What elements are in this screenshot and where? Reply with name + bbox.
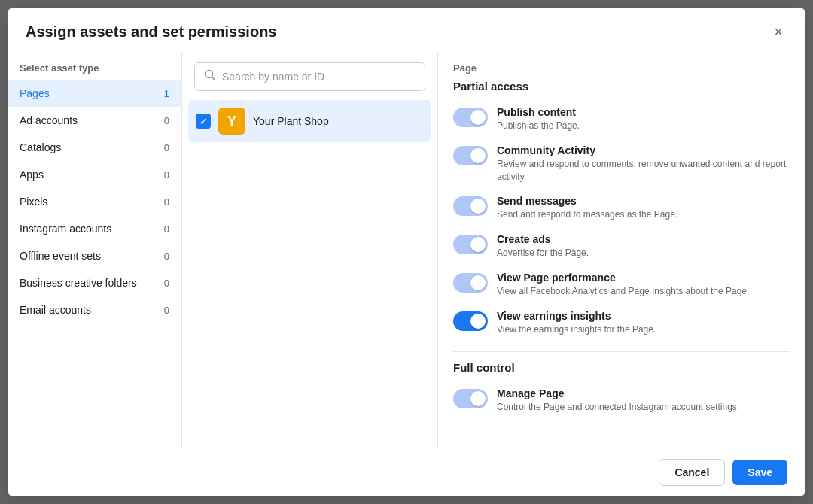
asset-type-item-instagram[interactable]: Instagram accounts0 [8,215,181,242]
search-input-wrap [194,62,425,91]
asset-type-item-apps[interactable]: Apps0 [8,161,181,188]
search-icon [204,69,216,84]
full-control-permissions-list: Manage Page Control the Page and connect… [453,381,790,420]
toggle-track[interactable] [453,273,488,293]
modal-footer: Cancel Save [8,448,805,496]
perm-item-publish_content: Publish content Publish as the Page. [453,100,790,138]
perm-item-view_earnings: View earnings insights View the earnings… [453,304,790,342]
perm-name: Manage Page [497,387,790,399]
asset-type-label: Offline event sets [20,250,101,262]
perm-desc: View the earnings insights for the Page. [497,323,790,336]
perm-desc: Send and respond to messages as the Page… [497,208,790,221]
perm-name: View Page performance [497,272,790,284]
toggle-send_messages[interactable] [453,196,488,216]
cancel-button[interactable]: Cancel [659,459,725,486]
toggle-track[interactable] [453,311,488,331]
perm-desc: Review and respond to comments, remove u… [497,158,790,184]
checkmark-icon: ✓ [199,116,208,127]
perm-desc: View all Facebook Analytics and Page Ins… [497,285,790,298]
asset-type-count: 0 [164,196,169,208]
toggle-track[interactable] [453,146,488,165]
toggle-create_ads[interactable] [453,235,488,254]
toggle-manage_page[interactable] [453,389,488,408]
asset-type-item-pages[interactable]: Pages1 [8,80,181,107]
permissions-divider [453,351,790,352]
toggle-publish_content[interactable] [453,108,488,127]
perm-text: Publish content Publish as the Page. [497,106,790,132]
modal-body: Select asset type Pages1Ad accounts0Cata… [8,53,805,448]
modal-overlay: Assign assets and set permissions × Sele… [0,0,813,504]
perm-text: Create ads Advertise for the Page. [497,233,790,260]
asset-type-label: Instagram accounts [20,223,111,235]
assets-list: ✓ Y Your Plant Shop [182,100,437,448]
asset-type-item-offline_event[interactable]: Offline event sets0 [8,242,181,269]
asset-type-label: Pixels [20,196,47,208]
perm-name: Community Activity [497,144,790,156]
toggle-view_earnings[interactable] [453,311,488,331]
partial-permissions-list: Publish content Publish as the Page. Com… [453,100,790,342]
asset-item[interactable]: ✓ Y Your Plant Shop [188,100,431,142]
asset-type-count: 0 [164,250,169,262]
close-button[interactable]: × [769,23,787,41]
toggle-track[interactable] [453,196,488,216]
perm-name: Publish content [497,106,790,118]
search-input[interactable] [222,71,416,83]
toggle-track[interactable] [453,389,488,408]
toggle-thumb [470,275,486,290]
asset-type-count: 0 [164,223,169,235]
perm-text: View earnings insights View the earnings… [497,310,790,336]
toggle-thumb [470,237,486,252]
perm-text: Community Activity Review and respond to… [497,144,790,184]
perm-name: View earnings insights [497,310,790,322]
perm-text: Send messages Send and respond to messag… [497,195,790,221]
perm-item-community_activity: Community Activity Review and respond to… [453,138,790,190]
perm-item-create_ads: Create ads Advertise for the Page. [453,227,790,266]
toggle-track[interactable] [453,235,488,254]
save-button[interactable]: Save [732,460,787,485]
asset-type-count: 0 [164,115,169,126]
asset-type-count: 0 [164,142,169,153]
toggle-view_performance[interactable] [453,273,488,293]
toggle-thumb [470,314,486,329]
asset-type-column: Select asset type Pages1Ad accounts0Cata… [8,53,182,448]
toggle-community_activity[interactable] [453,146,488,165]
perm-name: Create ads [497,233,790,245]
toggle-thumb [470,391,486,406]
asset-type-item-pixels[interactable]: Pixels0 [8,188,181,215]
svg-line-1 [212,77,215,80]
perm-name: Send messages [497,195,790,207]
search-box [182,53,437,100]
asset-type-item-email_accounts[interactable]: Email accounts0 [8,296,181,323]
permissions-column: Page Partial access Publish content Publ… [438,53,805,448]
perm-text: Manage Page Control the Page and connect… [497,387,790,414]
asset-type-item-business_creative[interactable]: Business creative folders0 [8,269,181,296]
asset-type-count: 0 [164,305,169,316]
asset-type-list: Pages1Ad accounts0Catalogs0Apps0Pixels0I… [8,80,181,323]
asset-checkbox[interactable]: ✓ [196,114,211,129]
asset-type-label: Catalogs [20,141,61,153]
asset-type-label: Ad accounts [20,114,78,126]
perm-desc: Publish as the Page. [497,120,790,132]
asset-type-label: Apps [20,169,44,181]
perm-item-manage_page: Manage Page Control the Page and connect… [453,381,790,420]
perm-desc: Advertise for the Page. [497,247,790,260]
asset-type-item-ad_accounts[interactable]: Ad accounts0 [8,107,181,134]
asset-type-header: Select asset type [8,53,181,80]
asset-type-label: Business creative folders [20,277,137,289]
permissions-header: Page [438,53,805,80]
perm-text: View Page performance View all Facebook … [497,272,790,298]
asset-type-item-catalogs[interactable]: Catalogs0 [8,134,181,161]
asset-type-count: 0 [164,278,169,289]
perm-item-view_performance: View Page performance View all Facebook … [453,266,790,304]
permissions-body: Partial access Publish content Publish a… [438,80,805,448]
perm-item-send_messages: Send messages Send and respond to messag… [453,189,790,227]
toggle-track[interactable] [453,108,488,127]
full-control-title: Full control [453,361,790,374]
toggle-thumb [470,110,486,125]
perm-desc: Control the Page and connected Instagram… [497,401,790,414]
assign-assets-modal: Assign assets and set permissions × Sele… [8,8,805,496]
toggle-thumb [470,199,486,214]
asset-avatar: Y [218,108,245,135]
asset-type-label: Email accounts [20,304,91,316]
asset-name: Your Plant Shop [253,115,329,127]
